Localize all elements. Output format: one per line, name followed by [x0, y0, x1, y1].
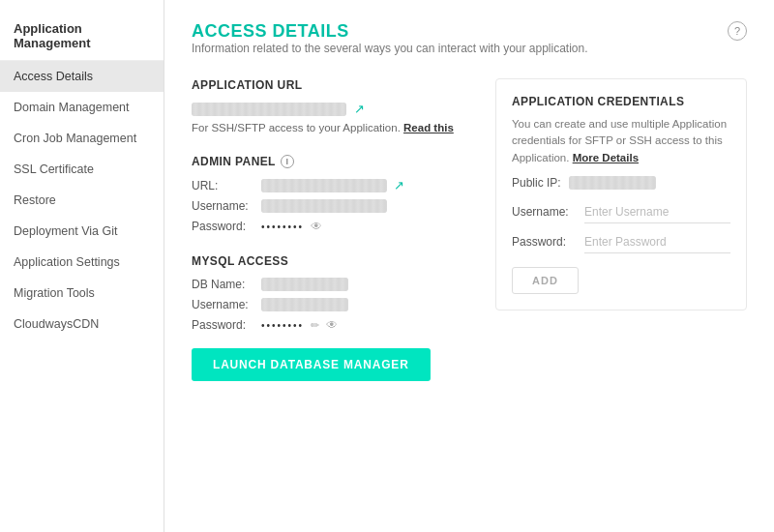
- launch-database-manager-button[interactable]: LAUNCH DATABASE MANAGER: [192, 348, 431, 381]
- credentials-section: APPLICATION CREDENTIALS You can create a…: [495, 78, 747, 310]
- page-subtitle: Information related to the several ways …: [192, 42, 588, 55]
- mysql-section: MYSQL ACCESS DB Name: Username: Password…: [192, 254, 468, 381]
- main-content: ACCESS DETAILS Information related to th…: [164, 0, 774, 532]
- more-details-link[interactable]: More Details: [573, 152, 639, 163]
- mysql-password-dots: ••••••••: [261, 320, 304, 331]
- sidebar-title: Application Management: [0, 10, 164, 61]
- app-url-external-link-icon[interactable]: ↗: [354, 102, 365, 116]
- mysql-username-label: Username:: [192, 298, 261, 311]
- credentials-title: APPLICATION CREDENTIALS: [512, 95, 730, 108]
- admin-username-label: Username:: [192, 199, 261, 213]
- sidebar-item-ssl-certificate[interactable]: SSL Certificate: [0, 154, 164, 185]
- admin-url-label: URL:: [192, 179, 261, 192]
- sidebar-item-migration-tools[interactable]: Migration Tools: [0, 278, 164, 309]
- mysql-password-edit-icon[interactable]: ✏: [311, 319, 319, 332]
- read-this-link[interactable]: Read this: [403, 122, 454, 133]
- sidebar-item-cloudwayscdn[interactable]: CloudwaysCDN: [0, 309, 164, 340]
- admin-url-value: [261, 179, 387, 192]
- sidebar-item-cron-job-management[interactable]: Cron Job Management: [0, 123, 164, 154]
- mysql-dbname-value: [261, 278, 348, 291]
- admin-panel-title: ADMIN PANEL i: [192, 155, 468, 168]
- cred-password-input[interactable]: [584, 231, 730, 253]
- app-url-title: APPLICATION URL: [192, 78, 468, 92]
- admin-password-toggle-icon[interactable]: 👁: [311, 220, 322, 233]
- cred-password-label: Password:: [512, 235, 584, 249]
- help-icon[interactable]: ?: [728, 21, 747, 41]
- left-column: APPLICATION URL ↗ For SSH/SFTP access to…: [192, 78, 468, 402]
- cred-password-row: Password:: [512, 231, 730, 253]
- mysql-password-row: Password: •••••••• ✏ 👁: [192, 318, 468, 332]
- admin-password-label: Password:: [192, 220, 261, 233]
- admin-password-dots: ••••••••: [261, 222, 304, 232]
- mysql-dbname-label: DB Name:: [192, 278, 261, 291]
- mysql-username-value: [261, 298, 348, 311]
- cred-username-input[interactable]: [584, 201, 730, 223]
- admin-username-row: Username:: [192, 199, 468, 213]
- sidebar-item-application-settings[interactable]: Application Settings: [0, 247, 164, 278]
- mysql-password-label: Password:: [192, 318, 261, 332]
- app-url-value: [192, 103, 346, 116]
- admin-username-value: [261, 199, 387, 213]
- sidebar: Application Management Access Details Do…: [0, 0, 164, 532]
- right-column: APPLICATION CREDENTIALS You can create a…: [495, 78, 747, 402]
- sidebar-item-restore[interactable]: Restore: [0, 185, 164, 216]
- page-title: ACCESS DETAILS: [192, 21, 588, 42]
- sidebar-item-domain-management[interactable]: Domain Management: [0, 92, 164, 123]
- admin-panel-info-icon[interactable]: i: [281, 155, 294, 168]
- admin-url-external-link-icon[interactable]: ↗: [394, 178, 404, 192]
- credentials-description: You can create and use multiple Applicat…: [512, 116, 730, 166]
- cred-username-label: Username:: [512, 205, 584, 219]
- add-credential-button[interactable]: ADD: [512, 267, 579, 294]
- public-ip-row: Public IP:: [512, 176, 730, 190]
- mysql-title: MYSQL ACCESS: [192, 254, 468, 268]
- public-ip-value: [569, 176, 656, 190]
- mysql-password-toggle-icon[interactable]: 👁: [326, 318, 338, 332]
- mysql-dbname-row: DB Name:: [192, 278, 468, 291]
- app-url-section: APPLICATION URL ↗ For SSH/SFTP access to…: [192, 78, 468, 133]
- admin-password-row: Password: •••••••• 👁: [192, 220, 468, 233]
- sidebar-item-access-details[interactable]: Access Details: [0, 61, 164, 92]
- cred-username-row: Username:: [512, 201, 730, 223]
- public-ip-label: Public IP:: [512, 176, 561, 190]
- admin-url-row: URL: ↗: [192, 178, 468, 192]
- app-url-note: For SSH/SFTP access to your Application.…: [192, 122, 468, 133]
- admin-panel-section: ADMIN PANEL i URL: ↗ Username: Password:: [192, 155, 468, 233]
- mysql-username-row: Username:: [192, 298, 468, 311]
- sidebar-item-deployment-via-git[interactable]: Deployment Via Git: [0, 216, 164, 247]
